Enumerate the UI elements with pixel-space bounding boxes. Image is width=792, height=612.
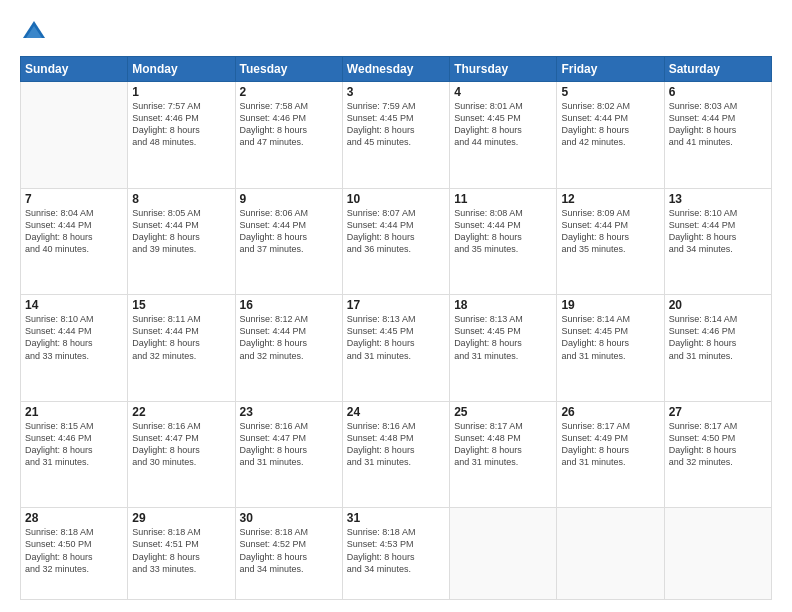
day-number: 17 — [347, 298, 445, 312]
calendar-cell: 23Sunrise: 8:16 AM Sunset: 4:47 PM Dayli… — [235, 401, 342, 508]
calendar-cell: 9Sunrise: 8:06 AM Sunset: 4:44 PM Daylig… — [235, 188, 342, 295]
day-number: 21 — [25, 405, 123, 419]
calendar-table: SundayMondayTuesdayWednesdayThursdayFrid… — [20, 56, 772, 600]
day-info: Sunrise: 8:17 AM Sunset: 4:49 PM Dayligh… — [561, 420, 659, 469]
day-number: 19 — [561, 298, 659, 312]
day-header-saturday: Saturday — [664, 57, 771, 82]
day-info: Sunrise: 8:18 AM Sunset: 4:50 PM Dayligh… — [25, 526, 123, 575]
calendar-cell: 26Sunrise: 8:17 AM Sunset: 4:49 PM Dayli… — [557, 401, 664, 508]
calendar-cell: 20Sunrise: 8:14 AM Sunset: 4:46 PM Dayli… — [664, 295, 771, 402]
day-info: Sunrise: 8:16 AM Sunset: 4:48 PM Dayligh… — [347, 420, 445, 469]
day-info: Sunrise: 8:18 AM Sunset: 4:53 PM Dayligh… — [347, 526, 445, 575]
day-info: Sunrise: 8:16 AM Sunset: 4:47 PM Dayligh… — [132, 420, 230, 469]
calendar-cell: 8Sunrise: 8:05 AM Sunset: 4:44 PM Daylig… — [128, 188, 235, 295]
day-number: 9 — [240, 192, 338, 206]
calendar-cell: 12Sunrise: 8:09 AM Sunset: 4:44 PM Dayli… — [557, 188, 664, 295]
calendar-cell: 19Sunrise: 8:14 AM Sunset: 4:45 PM Dayli… — [557, 295, 664, 402]
day-number: 22 — [132, 405, 230, 419]
day-info: Sunrise: 8:11 AM Sunset: 4:44 PM Dayligh… — [132, 313, 230, 362]
calendar-cell: 27Sunrise: 8:17 AM Sunset: 4:50 PM Dayli… — [664, 401, 771, 508]
day-number: 25 — [454, 405, 552, 419]
day-header-thursday: Thursday — [450, 57, 557, 82]
day-number: 8 — [132, 192, 230, 206]
day-info: Sunrise: 8:17 AM Sunset: 4:48 PM Dayligh… — [454, 420, 552, 469]
day-info: Sunrise: 8:13 AM Sunset: 4:45 PM Dayligh… — [454, 313, 552, 362]
day-number: 2 — [240, 85, 338, 99]
day-number: 18 — [454, 298, 552, 312]
day-number: 3 — [347, 85, 445, 99]
calendar-cell — [450, 508, 557, 600]
day-number: 16 — [240, 298, 338, 312]
calendar-cell: 15Sunrise: 8:11 AM Sunset: 4:44 PM Dayli… — [128, 295, 235, 402]
day-number: 20 — [669, 298, 767, 312]
calendar-cell: 14Sunrise: 8:10 AM Sunset: 4:44 PM Dayli… — [21, 295, 128, 402]
day-number: 27 — [669, 405, 767, 419]
day-info: Sunrise: 8:08 AM Sunset: 4:44 PM Dayligh… — [454, 207, 552, 256]
day-info: Sunrise: 8:02 AM Sunset: 4:44 PM Dayligh… — [561, 100, 659, 149]
day-number: 4 — [454, 85, 552, 99]
calendar-cell: 30Sunrise: 8:18 AM Sunset: 4:52 PM Dayli… — [235, 508, 342, 600]
day-number: 15 — [132, 298, 230, 312]
logo-icon — [20, 18, 48, 46]
day-number: 26 — [561, 405, 659, 419]
calendar-cell: 17Sunrise: 8:13 AM Sunset: 4:45 PM Dayli… — [342, 295, 449, 402]
day-info: Sunrise: 8:04 AM Sunset: 4:44 PM Dayligh… — [25, 207, 123, 256]
day-number: 12 — [561, 192, 659, 206]
calendar-cell: 3Sunrise: 7:59 AM Sunset: 4:45 PM Daylig… — [342, 82, 449, 189]
day-number: 30 — [240, 511, 338, 525]
calendar-cell — [557, 508, 664, 600]
day-number: 14 — [25, 298, 123, 312]
day-info: Sunrise: 8:14 AM Sunset: 4:46 PM Dayligh… — [669, 313, 767, 362]
calendar-header-row: SundayMondayTuesdayWednesdayThursdayFrid… — [21, 57, 772, 82]
day-info: Sunrise: 8:14 AM Sunset: 4:45 PM Dayligh… — [561, 313, 659, 362]
calendar-cell: 28Sunrise: 8:18 AM Sunset: 4:50 PM Dayli… — [21, 508, 128, 600]
day-number: 5 — [561, 85, 659, 99]
day-info: Sunrise: 8:07 AM Sunset: 4:44 PM Dayligh… — [347, 207, 445, 256]
calendar-cell: 10Sunrise: 8:07 AM Sunset: 4:44 PM Dayli… — [342, 188, 449, 295]
calendar-cell: 13Sunrise: 8:10 AM Sunset: 4:44 PM Dayli… — [664, 188, 771, 295]
calendar-cell: 4Sunrise: 8:01 AM Sunset: 4:45 PM Daylig… — [450, 82, 557, 189]
day-info: Sunrise: 8:12 AM Sunset: 4:44 PM Dayligh… — [240, 313, 338, 362]
calendar-cell: 1Sunrise: 7:57 AM Sunset: 4:46 PM Daylig… — [128, 82, 235, 189]
day-header-wednesday: Wednesday — [342, 57, 449, 82]
day-number: 28 — [25, 511, 123, 525]
calendar-week-row: 7Sunrise: 8:04 AM Sunset: 4:44 PM Daylig… — [21, 188, 772, 295]
calendar-week-row: 28Sunrise: 8:18 AM Sunset: 4:50 PM Dayli… — [21, 508, 772, 600]
day-info: Sunrise: 8:18 AM Sunset: 4:51 PM Dayligh… — [132, 526, 230, 575]
calendar-cell — [21, 82, 128, 189]
calendar-cell: 18Sunrise: 8:13 AM Sunset: 4:45 PM Dayli… — [450, 295, 557, 402]
calendar-week-row: 14Sunrise: 8:10 AM Sunset: 4:44 PM Dayli… — [21, 295, 772, 402]
calendar-cell: 6Sunrise: 8:03 AM Sunset: 4:44 PM Daylig… — [664, 82, 771, 189]
calendar-week-row: 1Sunrise: 7:57 AM Sunset: 4:46 PM Daylig… — [21, 82, 772, 189]
calendar-cell: 5Sunrise: 8:02 AM Sunset: 4:44 PM Daylig… — [557, 82, 664, 189]
day-info: Sunrise: 8:05 AM Sunset: 4:44 PM Dayligh… — [132, 207, 230, 256]
day-info: Sunrise: 8:01 AM Sunset: 4:45 PM Dayligh… — [454, 100, 552, 149]
day-info: Sunrise: 8:17 AM Sunset: 4:50 PM Dayligh… — [669, 420, 767, 469]
day-info: Sunrise: 7:57 AM Sunset: 4:46 PM Dayligh… — [132, 100, 230, 149]
day-info: Sunrise: 7:58 AM Sunset: 4:46 PM Dayligh… — [240, 100, 338, 149]
day-number: 13 — [669, 192, 767, 206]
page: SundayMondayTuesdayWednesdayThursdayFrid… — [0, 0, 792, 612]
logo — [20, 18, 52, 46]
header — [20, 18, 772, 46]
calendar-cell: 29Sunrise: 8:18 AM Sunset: 4:51 PM Dayli… — [128, 508, 235, 600]
day-info: Sunrise: 8:03 AM Sunset: 4:44 PM Dayligh… — [669, 100, 767, 149]
day-info: Sunrise: 8:18 AM Sunset: 4:52 PM Dayligh… — [240, 526, 338, 575]
day-header-tuesday: Tuesday — [235, 57, 342, 82]
calendar-cell: 16Sunrise: 8:12 AM Sunset: 4:44 PM Dayli… — [235, 295, 342, 402]
day-number: 6 — [669, 85, 767, 99]
calendar-cell — [664, 508, 771, 600]
calendar-cell: 11Sunrise: 8:08 AM Sunset: 4:44 PM Dayli… — [450, 188, 557, 295]
day-info: Sunrise: 8:10 AM Sunset: 4:44 PM Dayligh… — [25, 313, 123, 362]
day-number: 10 — [347, 192, 445, 206]
day-number: 23 — [240, 405, 338, 419]
day-number: 7 — [25, 192, 123, 206]
day-number: 1 — [132, 85, 230, 99]
day-info: Sunrise: 8:06 AM Sunset: 4:44 PM Dayligh… — [240, 207, 338, 256]
day-info: Sunrise: 8:10 AM Sunset: 4:44 PM Dayligh… — [669, 207, 767, 256]
day-number: 24 — [347, 405, 445, 419]
calendar-cell: 25Sunrise: 8:17 AM Sunset: 4:48 PM Dayli… — [450, 401, 557, 508]
day-number: 31 — [347, 511, 445, 525]
day-info: Sunrise: 8:15 AM Sunset: 4:46 PM Dayligh… — [25, 420, 123, 469]
day-info: Sunrise: 7:59 AM Sunset: 4:45 PM Dayligh… — [347, 100, 445, 149]
